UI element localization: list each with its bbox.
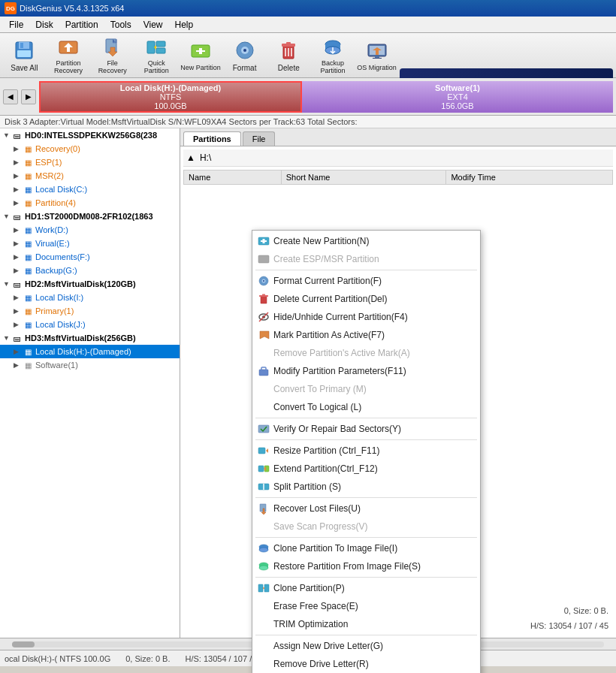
tree-item-hd0[interactable]: ▼ 🖴 HD0:INTELSSDPEKKW256G8(238 <box>0 128 180 142</box>
tree-item-hd2[interactable]: ▼ 🖴 HD2:MsftVirtualDisk(120GB) <box>0 277 180 291</box>
cm-extend[interactable]: Extend Partition(Ctrl_F12) <box>252 460 480 478</box>
cm-verify-repair[interactable]: Verify Or Repair Bad Sectors(Y) <box>252 420 480 438</box>
disk-icon-1: 🖴 <box>12 211 23 222</box>
disk-icon: 🖴 <box>12 130 23 140</box>
damaged-size: 100.0GB <box>154 101 186 110</box>
quick-partition-button[interactable]: Quick Partition <box>135 35 178 76</box>
tree-item-hd3[interactable]: ▼ 🖴 HD3:MsftVirtualDisk(256GB) <box>0 331 180 345</box>
cm-label-create: Create New Partition(N) <box>273 236 369 246</box>
tree-item-e[interactable]: ▶ ▦ Virual(E:) <box>0 237 180 250</box>
menu-tools[interactable]: Tools <box>104 18 137 32</box>
col-short-name[interactable]: Short Name <box>281 171 446 185</box>
software-partition-visual[interactable]: Software(1) EXT4 156.0GB <box>302 81 613 113</box>
tree-item-i[interactable]: ▶ ▦ Local Disk(I:) <box>0 291 180 304</box>
cm-assign-letter[interactable]: Assign New Drive Letter(G) <box>252 637 480 655</box>
partition-recovery-button[interactable]: Partition Recovery <box>47 35 90 76</box>
menu-partition[interactable]: Partition <box>59 18 104 32</box>
tab-partitions[interactable]: Partitions <box>183 131 241 146</box>
svg-rect-6 <box>116 39 121 44</box>
tree-item-recovery[interactable]: ▶ ▦ Recovery(0) <box>0 142 180 155</box>
cm-split[interactable]: Split Partition (S) <box>252 478 480 496</box>
new-partition-label: New Partition <box>180 65 221 72</box>
cm-label-esp: Create ESP/MSR Partition <box>273 254 379 264</box>
tree-item-primary1[interactable]: ▶ ▦ Primary(1) <box>0 304 180 318</box>
up-icon[interactable]: ▲ <box>186 152 195 163</box>
svg-rect-57 <box>258 584 263 592</box>
cm-clone-partition[interactable]: Clone Partition(P) <box>252 579 480 597</box>
cm-label-mark: Mark Partition As Active(F7) <box>273 330 385 340</box>
cm-split-icon <box>257 480 270 493</box>
svg-rect-45 <box>258 448 265 454</box>
tree-item-h-damaged[interactable]: ▶ ▦ Local Disk(H:)-(Damaged) <box>0 345 180 358</box>
svg-point-15 <box>243 49 246 52</box>
tree-label-esp: ESP(1) <box>35 158 62 167</box>
cm-format[interactable]: Format Current Partition(F) <box>252 272 480 290</box>
partition-icon-0: ▦ <box>23 143 33 154</box>
cm-trim-icon <box>257 617 270 631</box>
cm-resize[interactable]: Resize Partition (Ctrl_F11) <box>252 442 480 460</box>
tree-item-c[interactable]: ▶ ▦ Local Disk(C:) <box>0 183 180 196</box>
cm-label-assign: Assign New Drive Letter(G) <box>273 641 383 651</box>
tab-bar: Partitions File <box>180 128 616 146</box>
tab-file[interactable]: File <box>243 131 276 146</box>
cm-create-new-partition[interactable]: Create New Partition(N) <box>252 232 480 250</box>
tree-label-partition4: Partition(4) <box>35 198 76 207</box>
cm-clone-part-icon <box>257 581 270 595</box>
cm-label-restore: Restore Partition From Image File(S) <box>273 561 421 572</box>
col-name[interactable]: Name <box>184 171 282 185</box>
quick-partition-icon <box>144 36 168 59</box>
tree-item-partition4[interactable]: ▶ ▦ Partition(4) <box>0 196 180 210</box>
format-button[interactable]: Format <box>223 35 266 76</box>
cm-restore-image[interactable]: Restore Partition From Image File(S) <box>252 557 480 575</box>
disk-icon-3: 🖴 <box>12 333 23 343</box>
cm-modify-params[interactable]: Modify Partition Parameters(F11) <box>252 362 480 380</box>
cm-create-esp[interactable]: Create ESP/MSR Partition <box>252 250 480 268</box>
partition-icon-5: ▦ <box>23 225 33 235</box>
cm-remove-letter[interactable]: Remove Drive Letter(R) <box>252 655 480 673</box>
cm-recover-lost[interactable]: Recover Lost Files(U) <box>252 499 480 518</box>
tree-item-j[interactable]: ▶ ▦ Local Disk(J:) <box>0 318 180 331</box>
backup-partition-label: Backup Partition <box>313 60 354 75</box>
cm-erase-free[interactable]: Erase Free Space(E) <box>252 597 480 615</box>
cm-verify-icon <box>257 422 270 436</box>
tree-label-c: Local Disk(C:) <box>35 185 87 194</box>
tree-item-esp[interactable]: ▶ ▦ ESP(1) <box>0 155 180 169</box>
file-recovery-button[interactable]: File Recovery <box>91 35 134 76</box>
cm-convert-primary[interactable]: Convert To Primary (M) <box>252 380 480 398</box>
damaged-partition-visual[interactable]: Local Disk(H:)-(Damaged) NTFS 100.0GB <box>39 81 302 113</box>
context-menu: Create New Partition(N) Create ESP/MSR P… <box>252 230 481 673</box>
save-all-button[interactable]: Save All <box>3 35 46 76</box>
cm-hide[interactable]: Hide/Unhide Current Partition(F4) <box>252 308 480 326</box>
cm-label-save-scan: Save Scan Progress(V) <box>273 521 367 532</box>
tree-item-msr[interactable]: ▶ ▦ MSR(2) <box>0 169 180 183</box>
tree-label-i: Local Disk(I:) <box>35 293 83 302</box>
menu-help[interactable]: Help <box>169 18 200 32</box>
damaged-fs: NTFS <box>160 92 182 101</box>
cm-format-icon <box>257 274 270 288</box>
tree-item-hd1[interactable]: ▼ 🖴 HD1:ST2000DM008-2FR102(1863 <box>0 210 180 223</box>
cm-save-scan[interactable]: Save Scan Progress(V) <box>252 518 480 536</box>
tree-item-d[interactable]: ▶ ▦ Work(D:) <box>0 223 180 237</box>
delete-button[interactable]: Delete <box>267 35 310 76</box>
cm-mark-active[interactable]: Mark Partition As Active(F7) <box>252 326 480 344</box>
cm-remove-active[interactable]: Remove Partition's Active Mark(A) <box>252 344 480 362</box>
tree-item-f[interactable]: ▶ ▦ Documents(F:) <box>0 250 180 264</box>
menu-disk[interactable]: Disk <box>29 18 59 32</box>
backup-partition-button[interactable]: Backup Partition <box>312 35 355 76</box>
tree-item-g[interactable]: ▶ ▦ Backup(G:) <box>0 264 180 277</box>
menu-view[interactable]: View <box>137 18 169 32</box>
cm-convert-logical[interactable]: Convert To Logical (L) <box>252 398 480 416</box>
col-modify-time[interactable]: Modify Time <box>446 171 613 185</box>
cm-create-icon <box>257 234 270 248</box>
nav-back-button[interactable]: ◀ <box>3 89 18 104</box>
nav-forward-button[interactable]: ▶ <box>21 89 36 104</box>
cm-label-clone-image: Clone Partition To Image File(I) <box>273 543 397 554</box>
tree-item-software1[interactable]: ▶ ▦ Software(1) <box>0 358 180 372</box>
menu-file[interactable]: File <box>3 18 29 32</box>
svg-rect-42 <box>259 370 268 376</box>
cm-clone-image[interactable]: Clone Partition To Image File(I) <box>252 539 480 557</box>
new-partition-button[interactable]: New Partition <box>180 35 222 76</box>
os-migration-button[interactable]: OS Migration <box>355 35 398 76</box>
cm-trim[interactable]: TRIM Optimization <box>252 615 480 633</box>
cm-delete[interactable]: Delete Current Partition(Del) <box>252 290 480 308</box>
